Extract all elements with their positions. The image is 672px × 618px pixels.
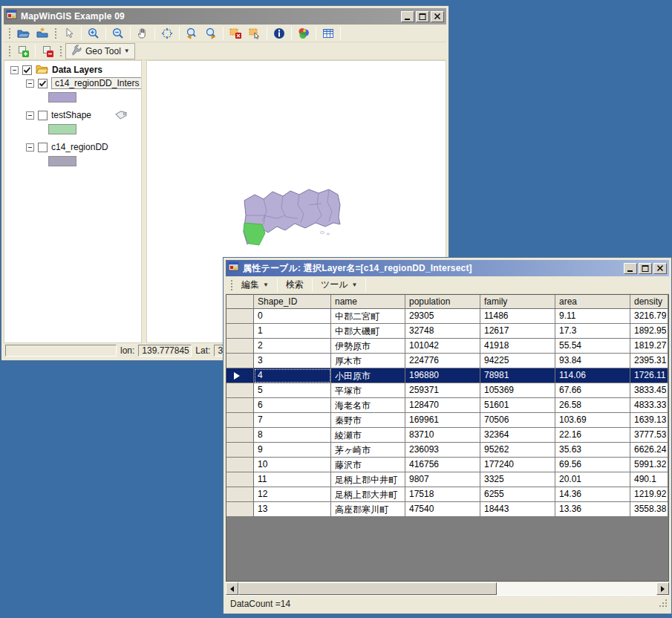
cell-population[interactable]: 29305 [405, 309, 480, 324]
column-header-population[interactable]: population [405, 295, 480, 309]
cell-shape_id[interactable]: 4 [254, 368, 331, 383]
cell-density[interactable]: 3558.38 [630, 502, 668, 517]
cell-density[interactable]: 490.1 [630, 472, 668, 487]
table-row[interactable]: 3厚木市2247769422593.842395.31 [226, 354, 668, 368]
close-button[interactable] [653, 263, 667, 274]
menu-tools[interactable]: ツール▼ [316, 277, 362, 293]
scroll-left-button[interactable] [226, 582, 238, 595]
layer-checkbox[interactable] [38, 143, 48, 152]
collapse-icon[interactable] [10, 66, 19, 74]
row-header[interactable] [226, 487, 254, 502]
cell-family[interactable]: 32364 [480, 428, 555, 443]
clear-selection-button[interactable] [226, 25, 244, 42]
cell-population[interactable]: 416756 [405, 458, 480, 472]
row-header[interactable] [226, 354, 254, 368]
table-row[interactable]: 10藤沢市41675617724069.565991.32 [226, 458, 668, 472]
cell-name[interactable]: 中郡大磯町 [331, 324, 405, 339]
tree-item-c14-regiondd[interactable]: c14_regionDD [26, 141, 141, 153]
cell-population[interactable]: 196880 [405, 368, 480, 383]
cell-area[interactable]: 22.16 [555, 428, 630, 443]
table-titlebar[interactable]: 属性テーブル: 選択Layer名=[c14_regionDD_Intersect… [226, 260, 669, 276]
cell-family[interactable]: 177240 [480, 458, 555, 472]
select-shape-button[interactable] [246, 25, 264, 42]
column-header-name[interactable]: name [331, 295, 405, 309]
minimize-button[interactable] [401, 11, 414, 22]
column-header-area[interactable]: area [555, 295, 630, 309]
cell-density[interactable]: 5991.32 [630, 458, 668, 472]
row-header[interactable] [226, 458, 254, 472]
cell-shape_id[interactable]: 13 [254, 502, 331, 517]
cell-shape_id[interactable]: 5 [254, 383, 331, 398]
cell-population[interactable]: 101042 [405, 339, 480, 354]
collapse-icon[interactable] [26, 111, 34, 120]
table-row[interactable]: 1中郡大磯町327481261717.31892.95 [226, 324, 668, 339]
cell-family[interactable]: 94225 [480, 354, 555, 368]
tree-item-testshape[interactable]: testShape [26, 109, 141, 121]
cell-area[interactable]: 14.36 [555, 487, 630, 502]
cell-area[interactable]: 103.69 [555, 413, 630, 428]
cell-area[interactable]: 9.11 [555, 309, 630, 324]
row-header[interactable] [226, 413, 254, 428]
resize-grip[interactable] [659, 599, 668, 611]
cell-density[interactable]: 6626.24 [630, 443, 668, 458]
maximize-button[interactable] [639, 263, 652, 274]
row-header[interactable] [226, 502, 254, 517]
root-checkbox[interactable] [22, 65, 32, 75]
cell-population[interactable]: 236093 [405, 443, 480, 458]
table-row[interactable]: 13高座郡寒川町475401844313.363558.38 [226, 502, 668, 517]
horizontal-scrollbar[interactable] [226, 582, 669, 595]
collapse-icon[interactable] [26, 143, 34, 152]
cell-family[interactable]: 12617 [480, 324, 555, 339]
maximize-button[interactable] [416, 11, 429, 22]
column-header-shape_id[interactable]: Shape_ID [254, 295, 331, 309]
cell-area[interactable]: 35.63 [555, 443, 630, 458]
cell-family[interactable]: 70506 [480, 413, 555, 428]
row-header[interactable] [226, 472, 254, 487]
cell-family[interactable]: 51601 [480, 398, 555, 413]
cell-density[interactable]: 1639.13 [630, 413, 668, 428]
row-header[interactable] [226, 368, 254, 383]
row-header[interactable] [226, 309, 254, 324]
cell-family[interactable]: 18443 [480, 502, 555, 517]
cell-name[interactable]: 高座郡寒川町 [331, 502, 405, 517]
layer-swatch[interactable] [48, 156, 76, 166]
collapse-icon[interactable] [26, 79, 34, 88]
cell-density[interactable]: 3833.45 [630, 383, 668, 398]
attribute-table-button[interactable] [319, 25, 337, 42]
table-row[interactable]: 12足柄上郡大井町17518625514.361219.92 [226, 487, 668, 502]
cell-population[interactable]: 128470 [405, 398, 480, 413]
table-row[interactable]: 5平塚市25937110536967.663833.45 [226, 383, 668, 398]
cell-density[interactable]: 3216.79 [630, 309, 668, 324]
cell-shape_id[interactable]: 1 [254, 324, 331, 339]
add-layer-button[interactable] [14, 43, 32, 59]
cell-name[interactable]: 秦野市 [331, 413, 405, 428]
cell-area[interactable]: 20.01 [555, 472, 630, 487]
cell-name[interactable]: 厚木市 [331, 354, 405, 368]
cell-density[interactable]: 1892.95 [630, 324, 668, 339]
cell-name[interactable]: 茅ヶ崎市 [331, 443, 405, 458]
cell-family[interactable]: 95262 [480, 443, 555, 458]
cell-name[interactable]: 綾瀬市 [331, 428, 405, 443]
cell-name[interactable]: 海老名市 [331, 398, 405, 413]
menu-search[interactable]: 検索 [281, 277, 309, 293]
table-row[interactable]: 9茅ヶ崎市2360939526235.636626.24 [226, 443, 668, 458]
table-row[interactable]: 7秦野市16996170506103.691639.13 [226, 413, 668, 428]
cell-shape_id[interactable]: 11 [254, 472, 331, 487]
zoom-next-button[interactable] [202, 25, 220, 42]
scrollbar-thumb[interactable] [238, 582, 497, 595]
main-titlebar[interactable]: MapWinGIS Example 09 [4, 8, 446, 25]
cell-shape_id[interactable]: 0 [254, 309, 331, 324]
layer-swatch[interactable] [48, 124, 76, 134]
cell-area[interactable]: 69.56 [555, 458, 630, 472]
geo-tool-dropdown[interactable]: Geo Tool▼ [65, 43, 135, 59]
menu-edit[interactable]: 編集▼ [236, 277, 274, 293]
cursor-tool-button[interactable] [60, 25, 78, 42]
cell-density[interactable]: 1726.11 [630, 368, 668, 383]
identify-button[interactable] [270, 25, 288, 42]
cell-shape_id[interactable]: 10 [254, 458, 331, 472]
zoom-previous-button[interactable] [183, 25, 200, 42]
row-header[interactable] [226, 428, 254, 443]
layer-checkbox[interactable] [38, 79, 48, 88]
cell-density[interactable]: 1819.27 [630, 339, 668, 354]
cell-area[interactable]: 17.3 [555, 324, 630, 339]
